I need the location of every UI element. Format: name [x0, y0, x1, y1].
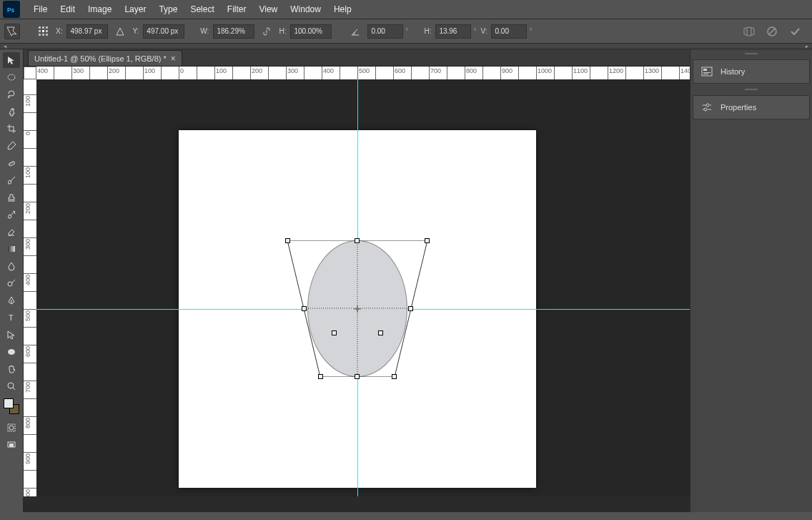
move-tool[interactable] [3, 52, 20, 68]
svg-rect-4 [39, 30, 41, 32]
panel-grip[interactable] [690, 51, 812, 57]
x-label: X: [56, 27, 62, 35]
screen-mode-tool[interactable] [3, 437, 20, 453]
properties-panel[interactable]: Properties [693, 95, 810, 119]
app-logo: Ps [3, 1, 20, 18]
menu-file[interactable]: File [27, 1, 54, 17]
svg-rect-25 [9, 443, 14, 447]
svg-point-16 [11, 162, 12, 163]
svg-text:Ps: Ps [7, 7, 15, 14]
lasso-tool[interactable] [3, 87, 20, 102]
document-tabs: Untitled-1 @ 50% (Ellipse 1, RGB/8) * × [24, 49, 690, 67]
history-panel[interactable]: History [693, 59, 810, 84]
svg-rect-33 [703, 72, 710, 73]
svg-point-20 [8, 349, 15, 355]
tool-preset-icon[interactable] [4, 24, 20, 39]
ruler-origin[interactable] [24, 67, 36, 79]
color-swatches[interactable] [4, 398, 19, 414]
delta-icon[interactable] [112, 24, 128, 39]
commit-icon[interactable] [788, 24, 802, 39]
stamp-tool[interactable] [3, 190, 20, 205]
foreground-color[interactable] [4, 398, 14, 408]
svg-text:T: T [9, 313, 14, 322]
panels: History Properties [690, 49, 812, 512]
hand-tool[interactable] [3, 361, 20, 377]
horizontal-ruler[interactable]: 4003002001000100200300400500600700800900… [36, 67, 690, 79]
blur-tool[interactable] [3, 258, 20, 274]
degree-unit: ° [405, 27, 408, 35]
svg-point-35 [706, 104, 709, 107]
angle-input[interactable] [367, 24, 403, 39]
svg-point-36 [704, 108, 707, 111]
w-label: W: [200, 27, 209, 35]
shape-tool[interactable] [3, 344, 20, 360]
link-icon[interactable] [259, 24, 274, 39]
crop-tool[interactable] [3, 121, 20, 137]
svg-point-15 [9, 163, 10, 164]
history-icon [700, 66, 713, 77]
svg-point-12 [8, 74, 15, 80]
degree-unit-3: ° [529, 27, 532, 35]
eyedropper-tool[interactable] [3, 138, 20, 154]
quick-mask-tool[interactable] [3, 420, 20, 436]
svg-rect-5 [42, 30, 44, 32]
gradient-tool[interactable] [3, 241, 20, 257]
properties-icon [700, 102, 713, 113]
svg-rect-1 [39, 26, 41, 29]
brush-tool[interactable] [3, 172, 20, 188]
menu-filter[interactable]: Filter [221, 1, 253, 17]
history-label: History [721, 67, 745, 76]
svg-rect-32 [703, 69, 707, 71]
menu-view[interactable]: View [252, 1, 284, 17]
dodge-tool[interactable] [3, 275, 20, 291]
y-input[interactable] [143, 24, 184, 39]
x-input[interactable] [66, 24, 108, 39]
menu-select[interactable]: Select [184, 1, 220, 17]
document-tab-title: Untitled-1 @ 50% (Ellipse 1, RGB/8) * [34, 54, 167, 63]
document-tab[interactable]: Untitled-1 @ 50% (Ellipse 1, RGB/8) * × [28, 50, 182, 66]
canvas-area[interactable] [36, 79, 690, 496]
svg-rect-34 [703, 74, 708, 74]
menu-layer[interactable]: Layer [118, 1, 152, 17]
pen-tool[interactable] [3, 293, 20, 308]
marquee-tool[interactable] [3, 69, 20, 85]
menu-edit[interactable]: Edit [54, 1, 81, 17]
quick-select-tool[interactable] [3, 104, 20, 119]
warp-icon[interactable] [742, 24, 756, 39]
y-label: Y: [132, 27, 139, 35]
menu-type[interactable]: Type [152, 1, 184, 17]
healing-tool[interactable] [3, 155, 20, 171]
svg-line-11 [769, 29, 775, 34]
skew-h-input[interactable] [435, 24, 471, 39]
svg-rect-17 [8, 246, 15, 252]
angle-icon [347, 24, 363, 39]
w-input[interactable] [213, 24, 254, 39]
panel-grip-2[interactable] [690, 87, 812, 92]
toolbar: T [0, 49, 24, 512]
vertical-ruler[interactable]: 10001002003004005006007008009001000 [24, 79, 36, 496]
skew-v-input[interactable] [491, 24, 527, 39]
history-brush-tool[interactable] [3, 207, 20, 222]
close-icon[interactable]: × [171, 54, 176, 64]
svg-rect-3 [46, 26, 48, 29]
type-tool[interactable]: T [3, 310, 20, 325]
h-input[interactable] [290, 24, 332, 39]
reference-point-icon[interactable] [36, 24, 51, 39]
cancel-icon[interactable] [765, 24, 779, 39]
ellipse-shape[interactable] [307, 240, 407, 377]
svg-point-18 [8, 282, 12, 286]
eraser-tool[interactable] [3, 224, 20, 240]
collapse-strip[interactable] [0, 44, 812, 49]
menu-help[interactable]: Help [327, 1, 358, 17]
menu-image[interactable]: Image [81, 1, 118, 17]
menubar: Ps File Edit Image Layer Type Select Fil… [0, 0, 812, 19]
svg-point-23 [9, 426, 14, 430]
skew-h-label: H: [424, 27, 431, 35]
path-select-tool[interactable] [3, 327, 20, 343]
degree-unit-2: ° [473, 27, 476, 35]
zoom-tool[interactable] [3, 378, 20, 394]
menu-window[interactable]: Window [284, 1, 327, 17]
h-label: H: [279, 27, 286, 35]
ellipse-fill [307, 240, 407, 377]
workspace: Untitled-1 @ 50% (Ellipse 1, RGB/8) * × … [24, 49, 690, 512]
